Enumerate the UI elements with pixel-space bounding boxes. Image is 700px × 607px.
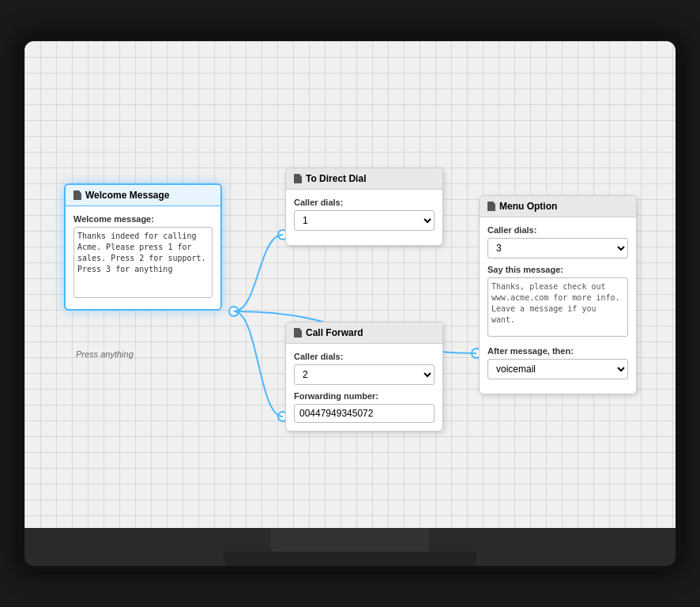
call-forward-card: Call Forward Caller dials: 1 2 3 Forward… [285,322,443,432]
menu-option-body: Caller dials: 1 2 3 Say this message: Th… [480,217,636,394]
document-icon-direct [294,174,302,183]
document-icon-forward [294,328,302,337]
after-message-select[interactable]: voicemail hangup repeat [487,359,628,379]
call-forward-title: Call Forward [306,327,363,338]
direct-dial-caller-label: Caller dials: [294,198,435,207]
welcome-message-label: Welcome message: [73,214,213,224]
document-icon [73,190,81,200]
call-forward-header: Call Forward [286,322,442,344]
direct-dial-title: To Direct Dial [306,173,366,184]
call-forward-body: Caller dials: 1 2 3 Forwarding number: [286,344,442,431]
monitor-base [224,552,476,566]
press-anything-label: Press anything [76,349,134,359]
direct-dial-header: To Direct Dial [286,168,442,190]
document-icon-menu [487,202,495,211]
welcome-card-body: Welcome message: Thanks indeed for calli… [66,206,220,309]
menu-option-header: Menu Option [480,196,636,217]
direct-dial-caller-select[interactable]: 1 2 3 [294,210,435,231]
welcome-card-title: Welcome Message [85,190,170,201]
forwarding-number-input[interactable] [294,404,435,423]
menu-option-card: Menu Option Caller dials: 1 2 3 Say this… [479,195,637,394]
welcome-card-header: Welcome Message [66,185,220,206]
after-message-label: After message, then: [487,346,628,356]
direct-dial-card: To Direct Dial Caller dials: 1 2 3 [285,168,443,246]
menu-caller-label: Caller dials: [487,225,628,235]
menu-option-title: Menu Option [499,201,557,212]
direct-dial-body: Caller dials: 1 2 3 [286,190,442,245]
monitor-stand [271,528,429,552]
welcome-message-textarea[interactable]: Thanks indeed for calling Acme. Please p… [73,227,213,298]
grid-background: Welcome Message Welcome message: Thanks … [24,41,676,528]
say-message-textarea[interactable]: Thanks, please check out www.acme.com fo… [487,277,628,337]
menu-caller-select[interactable]: 1 2 3 [487,238,628,258]
svg-point-0 [229,307,239,316]
say-message-label: Say this message: [487,265,628,274]
call-forward-caller-select[interactable]: 1 2 3 [294,364,435,385]
welcome-message-card: Welcome Message Welcome message: Thanks … [64,183,222,311]
forwarding-number-label: Forwarding number: [294,391,435,401]
screen: Welcome Message Welcome message: Thanks … [24,41,676,528]
monitor: Welcome Message Welcome message: Thanks … [18,35,682,572]
call-forward-caller-label: Caller dials: [294,352,435,361]
